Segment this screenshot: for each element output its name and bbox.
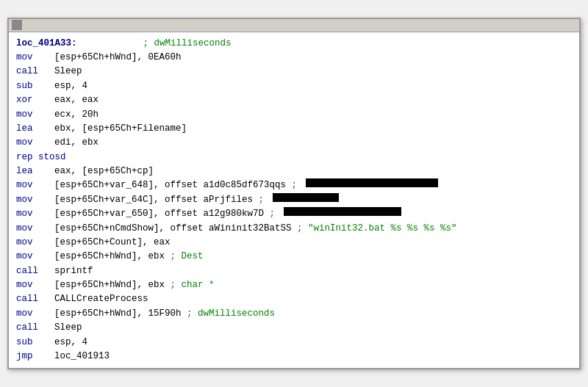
operands: [esp+65Ch+hWnd], ebx	[54, 278, 165, 292]
mnemonic: call	[16, 65, 54, 79]
mnemonic: mov	[16, 207, 54, 221]
inline-comment: ; dwMilliseconds	[187, 307, 275, 321]
operands: loc_401913	[54, 350, 110, 364]
redacted-block	[306, 178, 438, 187]
loc-comment: ; dwMilliseconds	[143, 37, 232, 51]
mnemonic: mov	[16, 51, 54, 65]
code-line: mov[esp+65Ch+hWnd], ebx ; Dest	[16, 250, 572, 264]
inline-comment: ;	[292, 178, 298, 192]
mnemonic: mov	[16, 108, 54, 122]
mnemonic: mov	[16, 250, 54, 264]
code-line: mov[esp+65Ch+var_648], offset a1d0c85df6…	[16, 178, 572, 192]
main-window: loc_401A33: ; dwMillisecondsmov[esp+65Ch…	[7, 18, 581, 370]
code-line: callsprintf	[16, 264, 572, 278]
inline-comment: ; "winInit32.bat %s %s %s %s"	[297, 222, 457, 236]
operands: eax, [esp+65Ch+cp]	[54, 164, 154, 178]
mnemonic: call	[16, 321, 54, 335]
operands: sprintf	[54, 264, 93, 278]
mnemonic: lea	[16, 164, 54, 178]
operands: Sleep	[54, 65, 82, 79]
operands: ecx, 20h	[54, 108, 98, 122]
code-line: jmploc_401913	[16, 350, 572, 364]
mnemonic: mov	[16, 193, 54, 207]
code-line: subesp, 4	[16, 79, 572, 93]
code-line: leaeax, [esp+65Ch+cp]	[16, 164, 572, 178]
mnemonic: xor	[16, 93, 54, 107]
code-line: rep stosd	[16, 151, 572, 164]
code-line: callSleep	[16, 321, 572, 335]
inline-comment: ; Dest	[171, 250, 204, 264]
redacted-block	[273, 193, 339, 202]
mnemonic: sub	[16, 79, 54, 93]
mnemonic: mov	[16, 222, 54, 236]
code-line: callCALLCreateProcess	[16, 292, 572, 306]
code-line: movecx, 20h	[16, 108, 572, 122]
inline-comment: ;	[259, 193, 265, 207]
code-area: loc_401A33: ; dwMillisecondsmov[esp+65Ch…	[9, 32, 579, 369]
code-line: movedi, ebx	[16, 136, 572, 150]
operands: ebx, [esp+65Ch+Filename]	[54, 122, 187, 136]
operands: [esp+65Ch+hWnd], ebx	[54, 250, 165, 264]
inline-comment: ;	[270, 207, 276, 221]
operands: [esp+65Ch+var_650], offset a12g980kw7D	[54, 207, 264, 221]
code-line: xoreax, eax	[16, 93, 572, 107]
operands: eax, eax	[54, 93, 98, 107]
operands: [esp+65Ch+nCmdShow], offset aWininit32Ba…	[54, 222, 292, 236]
operands: esp, 4	[54, 79, 87, 93]
code-line: mov[esp+65Ch+var_650], offset a12g980kw7…	[16, 207, 572, 221]
operands: [esp+65Ch+var_64C], offset aPrjfiles	[54, 193, 253, 207]
mnemonic: call	[16, 264, 54, 278]
mnemonic: sub	[16, 336, 54, 350]
operands: [esp+65Ch+var_648], offset a1d0c85df673q…	[54, 178, 286, 192]
mnemonic: rep stosd	[16, 151, 66, 164]
mnemonic: call	[16, 292, 54, 306]
operands: Sleep	[54, 321, 82, 335]
operands: [esp+65Ch+hWnd], 0EA60h	[54, 51, 182, 65]
mnemonic: mov	[16, 307, 54, 321]
code-line: leaebx, [esp+65Ch+Filename]	[16, 122, 572, 136]
redacted-block	[284, 207, 401, 216]
mnemonic: lea	[16, 122, 54, 136]
mnemonic: mov	[16, 178, 54, 192]
code-line: mov[esp+65Ch+hWnd], 0EA60h	[16, 51, 572, 65]
mnemonic: mov	[16, 236, 54, 250]
code-line: mov[esp+65Ch+hWnd], 15F90h ; dwMilliseco…	[16, 307, 572, 321]
code-line: callSleep	[16, 65, 572, 79]
mnemonic: mov	[16, 278, 54, 292]
operands: [esp+65Ch+Count], eax	[54, 236, 171, 250]
inline-comment: ; char *	[171, 278, 215, 292]
operands: CALLCreateProcess	[54, 292, 148, 306]
code-line: loc_401A33: ; dwMilliseconds	[16, 37, 572, 51]
operands: [esp+65Ch+hWnd], 15F90h	[54, 307, 182, 321]
mnemonic: jmp	[16, 350, 54, 364]
code-line: subesp, 4	[16, 336, 572, 350]
loc-label: loc_401A33:	[16, 37, 77, 51]
code-line: mov[esp+65Ch+Count], eax	[16, 236, 572, 250]
mnemonic: mov	[16, 136, 54, 150]
code-line: mov[esp+65Ch+var_64C], offset aPrjfiles …	[16, 193, 572, 207]
operands: edi, ebx	[54, 136, 98, 150]
window-icon	[12, 20, 22, 30]
code-line: mov[esp+65Ch+hWnd], ebx ; char *	[16, 278, 572, 292]
code-line: mov[esp+65Ch+nCmdShow], offset aWininit3…	[16, 222, 572, 236]
operands: esp, 4	[54, 336, 87, 350]
title-bar	[9, 19, 579, 32]
